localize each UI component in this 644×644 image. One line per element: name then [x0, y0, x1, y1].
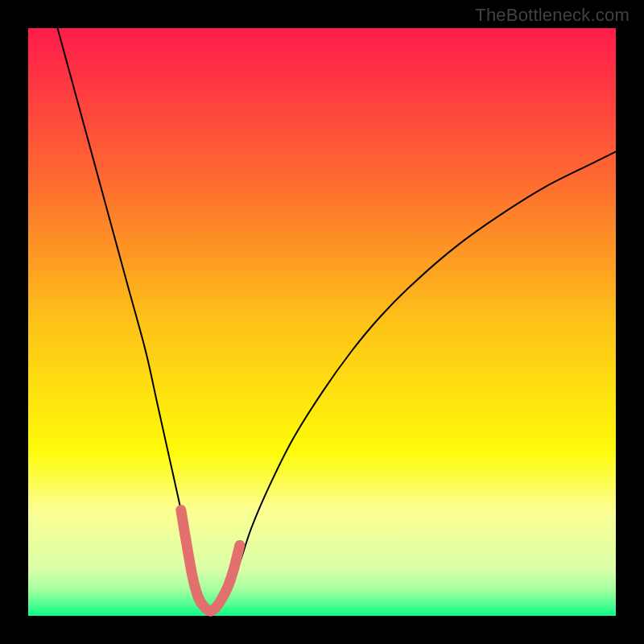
watermark-text: TheBottleneck.com	[475, 5, 630, 26]
chart-container: TheBottleneck.com	[0, 0, 644, 644]
plot-background	[28, 28, 616, 616]
chart-svg	[0, 0, 644, 644]
